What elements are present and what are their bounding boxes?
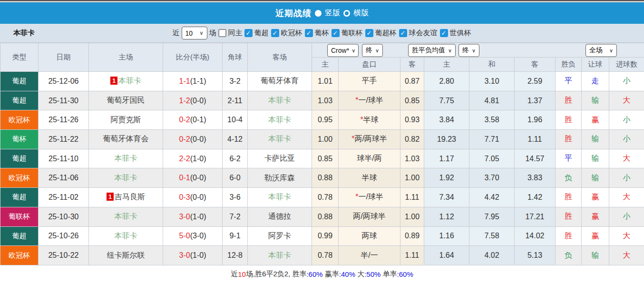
league-label[interactable]: 欧冠杯 [281, 29, 302, 38]
result-wdl: 胜 [556, 130, 582, 149]
result-wdl: 平 [556, 72, 582, 91]
avg-lose: 17.21 [515, 207, 556, 226]
col-header-result-goals: 进球数 [609, 58, 644, 72]
vertical-layout-label[interactable]: 竖版 [325, 8, 340, 18]
league-label[interactable]: 葡联杯 [342, 29, 363, 38]
avg-lose: 5.13 [515, 246, 556, 265]
handicap: *两/两球半 [339, 130, 400, 149]
summary-segment: 大 [355, 270, 364, 279]
odds-away: 1.11 [400, 188, 424, 207]
filter-controls: 近 10 ∨ 场 同主 ✓葡超✓欧冠杯✓葡杯✓葡联杯✓葡超杯✓球会友谊✓世俱杯 [173, 27, 472, 39]
handicap: *一/球半 [339, 91, 400, 110]
scope-select[interactable]: 全场∨ [585, 44, 617, 57]
corners: 6-0 [223, 168, 248, 188]
league-checkbox[interactable]: ✓ [399, 29, 407, 37]
match-date: 25-11-02 [39, 188, 89, 207]
match-date: 25-11-26 [39, 110, 89, 130]
type-badge: 葡超 [0, 226, 39, 246]
chevron-down-icon: ∨ [609, 47, 613, 53]
avg-win: 1.16 [424, 226, 469, 246]
vertical-layout-radio-selected-icon[interactable] [315, 10, 322, 17]
header-dropdowns-cell: Crow*∨ 终∨ 胜平负均值∨ 终∨ 全场∨ [312, 43, 644, 58]
league-checkbox[interactable]: ✓ [305, 29, 313, 37]
odds-source-select[interactable]: Crow*∨ [327, 44, 359, 57]
home-team: 葡萄牙国民 [89, 91, 163, 110]
league-checkbox[interactable]: ✓ [365, 29, 373, 37]
league-label[interactable]: 葡超 [254, 29, 269, 38]
summary-segment: 赢率 [323, 270, 339, 279]
avg-lose: 2.59 [515, 72, 556, 91]
league-checkbox[interactable]: ✓ [440, 29, 448, 37]
result-handicap: 输 [582, 91, 609, 110]
handicap: 两球 [339, 226, 400, 246]
league-label[interactable]: 葡超杯 [375, 29, 397, 38]
avg-win: 1.17 [424, 149, 469, 168]
type-badge: 葡超 [0, 91, 39, 110]
horizontal-layout-label[interactable]: 横版 [353, 8, 369, 18]
avg-lose: 1.42 [515, 188, 556, 207]
league-label[interactable]: 世俱杯 [450, 29, 471, 38]
away-team: 本菲卡 [248, 246, 312, 265]
result-handicap: 输 [582, 246, 609, 265]
match-date: 25-10-30 [39, 207, 89, 226]
corners: 12-8 [223, 246, 248, 265]
result-goals: 小 [609, 168, 644, 188]
same-home-label[interactable]: 同主 [228, 29, 243, 38]
league-checkbox[interactable]: ✓ [332, 29, 340, 37]
handicap: *半球 [339, 110, 400, 130]
avg-lose: 14.57 [515, 149, 556, 168]
handicap: 平手 [339, 72, 400, 91]
match-date: 25-10-26 [39, 226, 89, 246]
result-wdl: 胜 [556, 207, 582, 226]
odds-home: 0.85 [312, 149, 339, 168]
corners: 9-1 [223, 226, 248, 246]
col-header-corners: 角球 [223, 43, 248, 72]
league-label[interactable]: 葡杯 [315, 29, 329, 38]
avg-time-select[interactable]: 终∨ [459, 44, 479, 57]
home-team: 本菲卡 [89, 149, 163, 168]
odds-home: 1.00 [312, 130, 339, 149]
summary-segment: :50% [364, 270, 381, 278]
league-checkbox[interactable]: ✓ [271, 29, 279, 37]
avg-draw: 7.71 [469, 130, 515, 149]
match-date: 25-11-06 [39, 168, 89, 188]
league-label[interactable]: 球会友谊 [409, 29, 438, 38]
away-team: 卡萨比亚 [248, 149, 312, 168]
same-home-checkbox[interactable] [218, 29, 226, 37]
avg-draw: 3.70 [469, 168, 515, 188]
summary-segment: :60% [397, 270, 413, 278]
title-bar: 近期战绩 竖版 横版 [0, 2, 644, 24]
avg-draw: 4.42 [469, 188, 515, 207]
handicap: *一/球半 [339, 188, 400, 207]
odds-away: 1.11 [400, 246, 424, 265]
corners: 6-2 [223, 149, 248, 168]
score-cell: 1-1(1-1) [163, 72, 223, 91]
league-checkbox[interactable]: ✓ [244, 29, 253, 37]
horizontal-layout-radio-icon[interactable] [343, 10, 350, 17]
team-name: 本菲卡 [13, 29, 35, 38]
recent-count-value: 10 [185, 29, 193, 37]
summary-segment: 10 [238, 270, 246, 278]
away-team: 本菲卡 [248, 130, 312, 149]
home-team: 阿贾克斯 [89, 110, 163, 130]
recent-count-select[interactable]: 10 ∨ [182, 27, 207, 39]
result-handicap: 输 [582, 168, 609, 188]
panel-title: 近期战绩 [275, 8, 312, 19]
table-row: 葡超25-11-10本菲卡2-2(1-0)6-2卡萨比亚0.85球半/两1.03… [0, 149, 644, 168]
odds-time-select[interactable]: 终∨ [362, 44, 383, 57]
odds-away: 0.87 [400, 72, 424, 91]
result-wdl: 负 [556, 168, 582, 188]
avg-draw: 3.58 [469, 110, 515, 130]
score-cell: 0-1(0-0) [163, 168, 223, 188]
table-row: 葡杯25-11-22葡萄牙体育会0-2(0-0)4-12本菲卡1.00*两/两球… [0, 130, 644, 149]
score-cell: 0-2(0-1) [163, 110, 223, 130]
result-goals: 小 [609, 207, 644, 226]
result-goals: 小 [609, 72, 644, 91]
home-team: 本菲卡 [89, 207, 163, 226]
result-wdl: 胜 [556, 188, 582, 207]
away-team: 通德拉 [248, 207, 312, 226]
match-date: 25-11-10 [39, 149, 89, 168]
match-date: 25-11-30 [39, 91, 89, 110]
type-badge: 葡超 [0, 188, 39, 207]
avg-odds-select[interactable]: 胜平负均值∨ [408, 44, 456, 57]
